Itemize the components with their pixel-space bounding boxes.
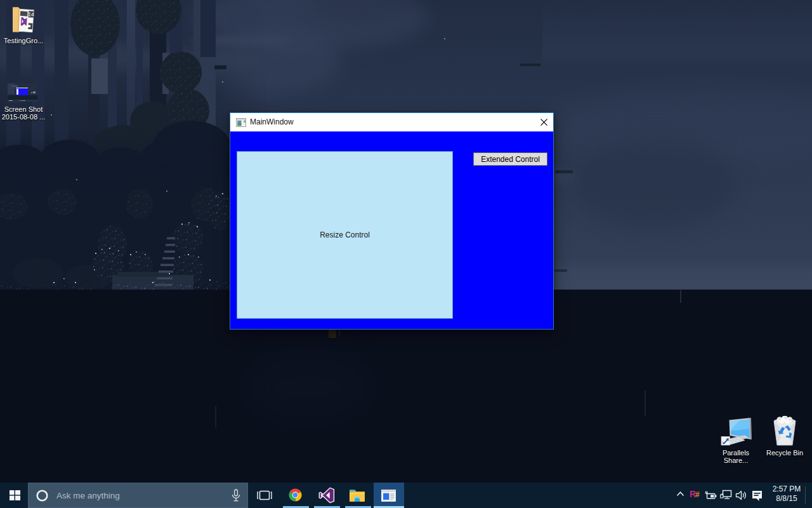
svg-text:14: 14 <box>28 11 34 18</box>
